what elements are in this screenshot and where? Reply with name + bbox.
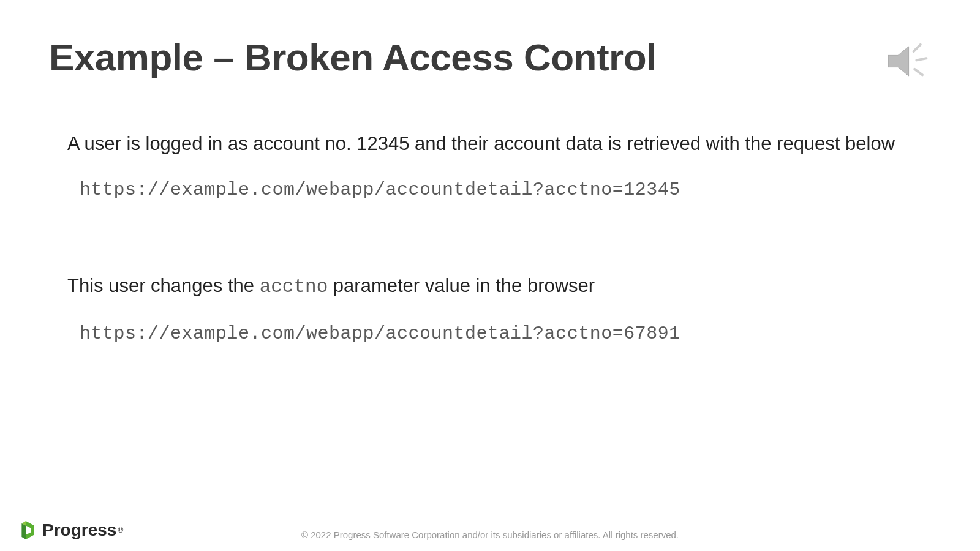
url-example-2: https://example.com/webapp/accountdetail…: [80, 323, 680, 344]
url-example-1: https://example.com/webapp/accountdetail…: [80, 179, 680, 200]
paragraph-2-code: acctno: [260, 276, 328, 298]
svg-line-2: [916, 58, 926, 60]
paragraph-2-pre: This user changes the: [67, 275, 260, 296]
footer-copyright: © 2022 Progress Software Corporation and…: [0, 530, 980, 540]
svg-line-1: [914, 45, 921, 51]
slide: Example – Broken Access Control A user i…: [0, 0, 980, 551]
paragraph-1: A user is logged in as account no. 12345…: [67, 132, 931, 156]
svg-line-3: [914, 69, 922, 75]
sound-icon: [883, 37, 932, 86]
slide-title: Example – Broken Access Control: [49, 36, 657, 79]
svg-marker-0: [888, 47, 909, 76]
paragraph-2: This user changes the acctno parameter v…: [67, 274, 931, 299]
paragraph-2-post: parameter value in the browser: [328, 275, 595, 296]
